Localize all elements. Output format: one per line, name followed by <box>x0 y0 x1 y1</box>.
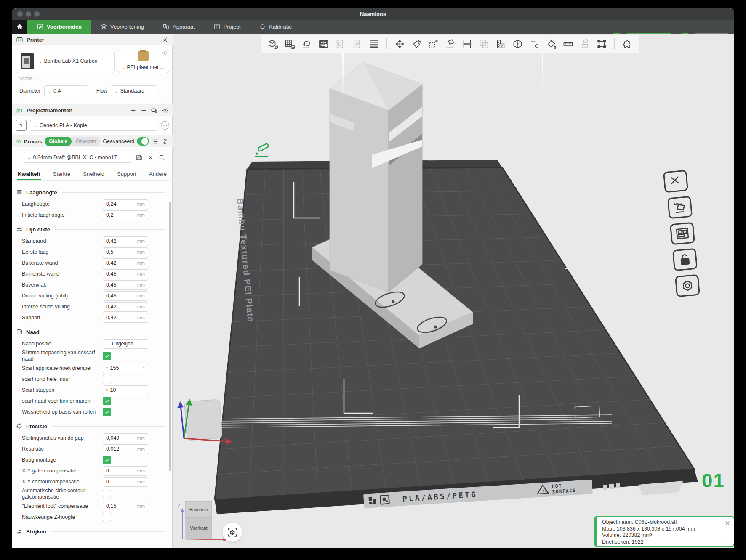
add-filament-icon[interactable] <box>130 107 137 114</box>
setting-input[interactable]: 0,2mm <box>103 210 148 220</box>
sync-filament-icon[interactable] <box>151 107 158 114</box>
split-icon[interactable] <box>458 35 475 52</box>
delete-plate-icon[interactable] <box>663 170 688 193</box>
fit-view-button[interactable] <box>223 523 242 542</box>
printer-selector-card[interactable]: ⌄Bambu Lab X1 Carbon <box>16 49 115 73</box>
build-plate[interactable] <box>215 167 694 500</box>
nav-cube-front-label[interactable]: Voorkant <box>190 525 208 531</box>
setting-input[interactable]: 0,012mm <box>103 444 148 454</box>
search-preset-icon[interactable] <box>158 154 165 161</box>
ironing-icon <box>16 528 23 535</box>
process-tab-kwaliteit[interactable]: Kwaliteit <box>17 167 41 180</box>
setting-checkbox[interactable] <box>103 513 111 521</box>
edit-plate-name-icon[interactable] <box>255 143 269 157</box>
settings-group-header: Laaghoogte <box>16 189 165 196</box>
plate-info-icon[interactable]: ⓘ <box>162 50 167 56</box>
add-object-icon[interactable] <box>264 35 281 52</box>
setting-spinner[interactable]: ▴▾155° <box>103 364 148 373</box>
setting-input[interactable]: 0,42mm <box>103 258 148 268</box>
setting-input[interactable]: 0,42mm <box>103 313 148 323</box>
scope-objects-segment[interactable]: Objecten <box>72 137 100 146</box>
setting-input[interactable]: 0,5mm <box>103 247 148 257</box>
settings-group-header: Lijn dikte <box>16 226 165 233</box>
setting-input[interactable]: 0mm <box>103 477 148 487</box>
filament-settings-gear-icon[interactable] <box>161 107 168 114</box>
save-preset-icon[interactable] <box>136 154 143 161</box>
tab-apparaat[interactable]: Apparaat <box>153 20 204 34</box>
setting-checkbox[interactable] <box>103 375 111 383</box>
variable-layer-height-icon[interactable] <box>492 35 509 52</box>
settings-group-header: Naad <box>16 329 165 335</box>
rotate-icon[interactable] <box>408 35 425 52</box>
prepare-icon <box>37 23 44 30</box>
model-tower[interactable] <box>330 62 422 292</box>
filament-slot-number[interactable]: 1 <box>16 120 27 131</box>
home-button[interactable] <box>12 20 27 34</box>
setting-checkbox[interactable] <box>103 456 111 464</box>
setting-checkbox[interactable] <box>103 490 111 498</box>
advanced-toggle[interactable] <box>137 137 149 146</box>
arrange-plate-icon[interactable] <box>670 222 695 245</box>
lock-plate-icon[interactable] <box>672 248 698 271</box>
process-tab-andere[interactable]: Andere <box>148 167 168 180</box>
filament-more-icon[interactable]: ⋯ <box>161 121 169 130</box>
tab-voorvertoning[interactable]: Voorvertoning <box>91 20 153 34</box>
process-preset-select[interactable]: ⌄0.24mm Draft @BBL X1C - mono17 <box>24 152 131 163</box>
setting-input[interactable]: 0,42mm <box>103 236 148 246</box>
info-box-collapse-icon[interactable]: − <box>726 539 730 545</box>
auto-orient-plate-icon[interactable]: AUTO <box>667 196 693 219</box>
setting-input[interactable]: 0mm <box>103 466 148 476</box>
nav-cube-top-label[interactable]: Bovenste <box>189 507 208 512</box>
compare-preset-icon[interactable] <box>161 138 168 145</box>
tab-project[interactable]: Project <box>204 20 250 34</box>
setting-checkbox[interactable] <box>103 352 111 360</box>
move-icon[interactable] <box>391 35 408 52</box>
filament-select[interactable]: ⌄Generic PLA - Kopie <box>30 120 157 131</box>
paint-icon[interactable] <box>543 35 560 52</box>
setting-input[interactable]: 0,42mm <box>103 302 148 312</box>
text-icon[interactable] <box>526 35 543 52</box>
tab-voorbereiden[interactable]: Voorbereiden <box>27 20 91 34</box>
plate-type-select[interactable]: ⌄PEI plaat met ... <box>122 64 164 70</box>
setting-input[interactable]: 0,24mm <box>103 199 148 209</box>
cut-icon[interactable] <box>509 35 526 52</box>
setting-input[interactable]: 0,049mm <box>103 433 148 443</box>
measure-icon[interactable] <box>560 35 576 52</box>
edit-handles-icon[interactable] <box>593 35 610 52</box>
auto-orient-icon[interactable] <box>298 35 315 52</box>
app-window: Naamloos VoorbereidenVoorvertoningAppara… <box>12 8 734 548</box>
delete-preset-icon[interactable] <box>147 154 154 161</box>
setting-input[interactable]: 0,45mm <box>103 269 148 279</box>
printer-select[interactable]: ⌄Bambu Lab X1 Carbon <box>39 58 98 64</box>
setting-input[interactable]: 0,45mm <box>103 291 148 301</box>
setting-input[interactable]: 0,45mm <box>103 280 148 290</box>
process-tab-support[interactable]: Support <box>116 167 137 180</box>
remove-filament-icon[interactable] <box>140 107 147 114</box>
setting-select[interactable]: ⌄Uitgelijnd <box>103 339 148 349</box>
process-tab-sterkte[interactable]: Sterkte <box>52 167 71 180</box>
plate-type-card[interactable]: ⓘ ⌄PEI plaat met ... <box>118 49 169 73</box>
process-tab-snelheid[interactable]: Snelheid <box>82 167 105 180</box>
scope-global-segment[interactable]: Globale <box>45 137 72 146</box>
assemble-icon[interactable] <box>619 35 636 52</box>
plate-settings-icon[interactable] <box>675 274 700 297</box>
layers-icon[interactable] <box>365 35 382 52</box>
printer-section-header: Printer <box>12 34 173 45</box>
lay-flat-icon[interactable] <box>442 35 458 52</box>
parameter-list-icon[interactable] <box>152 138 159 145</box>
tab-kalibratie[interactable]: Kalibratie <box>250 20 301 34</box>
settings-scrollbar[interactable] <box>169 202 171 471</box>
diameter-select[interactable]: ⌄0.4 <box>44 85 88 96</box>
scale-icon[interactable] <box>425 35 442 52</box>
setting-checkbox[interactable] <box>103 408 111 416</box>
setting-spinner[interactable]: ▴▾10 <box>103 385 148 395</box>
info-box-close-icon[interactable]: ✕ <box>725 519 730 528</box>
clone-icon <box>475 35 492 52</box>
setting-checkbox[interactable] <box>103 397 111 405</box>
arrange-icon[interactable] <box>315 35 332 52</box>
add-plate-icon[interactable] <box>281 35 298 52</box>
flow-select[interactable]: ⌄Standaard <box>111 85 156 96</box>
viewport-3d[interactable]: Bambu Textured PEI Plate <box>173 34 734 548</box>
printer-settings-gear-icon[interactable] <box>161 36 168 43</box>
setting-input[interactable]: 0,15mm <box>103 502 148 511</box>
